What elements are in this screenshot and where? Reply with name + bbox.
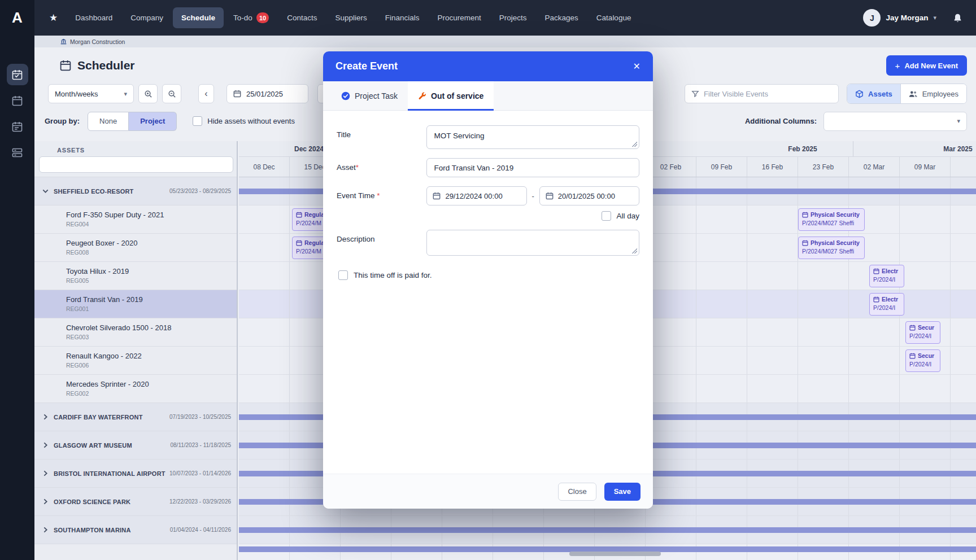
employees-toggle-label: Employees <box>922 90 958 98</box>
title-field-wrap: MOT Servicing <box>426 125 639 149</box>
assets-panel-title: ASSETS <box>34 141 237 154</box>
rail-planner-button[interactable] <box>7 116 28 137</box>
asset-row[interactable]: Ford Transit Van - 2019REG001 <box>34 290 237 318</box>
asset-group-row[interactable]: GLASGOW ART MUSEUM08/11/2023 - 11/18/202… <box>34 431 237 460</box>
event-badge[interactable]: SecurP/2024/I <box>905 349 940 372</box>
asset-group-row[interactable]: OXFORD SCIENCE PARK12/22/2023 - 03/29/20… <box>34 488 237 516</box>
nav-item-to-do[interactable]: To-do10 <box>225 7 277 28</box>
event-title-line: Secur <box>909 352 936 359</box>
nav-item-financials[interactable]: Financials <box>377 7 428 28</box>
description-textarea[interactable] <box>426 230 639 256</box>
employees-toggle-button[interactable]: Employees <box>900 84 966 103</box>
prev-period-button[interactable]: ‹ <box>198 84 214 103</box>
asset-group-row[interactable]: CARDIFF BAY WATERFRONT07/19/2023 - 10/25… <box>34 403 237 431</box>
view-mode-select[interactable]: Month/weeks ▾ <box>48 84 134 103</box>
building-icon <box>60 38 67 45</box>
add-new-event-label: Add New Event <box>904 62 958 70</box>
nav-item-schedule[interactable]: Schedule <box>173 7 224 28</box>
week-header-cell: 09 Mar <box>900 157 951 177</box>
chevron-right-icon[interactable] <box>42 527 49 533</box>
breadcrumb-company[interactable]: Morgan Construction <box>70 38 125 45</box>
assets-toggle-button[interactable]: Assets <box>847 84 900 103</box>
chevron-right-icon[interactable] <box>42 442 49 448</box>
avatar[interactable]: J <box>863 9 881 27</box>
nav-item-procurement[interactable]: Procurement <box>429 7 489 28</box>
asset-row[interactable]: Chevrolet Silverado 1500 - 2018REG003 <box>34 318 237 347</box>
all-day-checkbox[interactable] <box>602 211 611 221</box>
resize-grip-icon[interactable] <box>632 142 637 147</box>
user-name[interactable]: Jay Morgan <box>886 14 928 22</box>
favorites-star-icon[interactable]: ★ <box>49 12 58 24</box>
resize-grip-icon[interactable] <box>632 248 637 253</box>
asset-group-row[interactable]: SHEFFIELD ECO-RESORT05/23/2023 - 08/29/2… <box>34 177 237 205</box>
zoom-in-button[interactable] <box>138 84 158 103</box>
paid-time-off-checkbox[interactable] <box>338 270 348 280</box>
asset-row[interactable]: Ford F-350 Super Duty - 2021REG004 <box>34 205 237 234</box>
event-title: Regula <box>304 211 324 218</box>
hide-assets-checkbox[interactable] <box>193 116 202 126</box>
asset-row[interactable]: Toyota Hilux - 2019REG005 <box>34 262 237 290</box>
nav-item-dashboard[interactable]: Dashboard <box>67 7 121 28</box>
close-icon[interactable]: ✕ <box>633 61 640 72</box>
date-picker[interactable]: 25/01/2025 <box>226 84 308 103</box>
rail-schedule-button[interactable] <box>7 64 28 85</box>
close-button[interactable]: Close <box>558 483 596 501</box>
scheduler-calendar-icon <box>59 59 72 72</box>
chevron-right-icon[interactable] <box>42 414 49 420</box>
assets-panel-header: ASSETS <box>34 141 237 177</box>
asset-group-row[interactable]: SOUTHAMPTON MARINA01/04/2024 - 04/11/202… <box>34 516 237 544</box>
description-field-row: Description <box>337 230 639 256</box>
nav-item-packages[interactable]: Packages <box>537 7 587 28</box>
nav-item-projects[interactable]: Projects <box>491 7 535 28</box>
nav-item-company[interactable]: Company <box>122 7 172 28</box>
event-badge[interactable]: Physical SecurityP/2024/M027 Sheffi <box>798 237 865 259</box>
nav-item-catalogue[interactable]: Catalogue <box>588 7 640 28</box>
nav-item-contacts[interactable]: Contacts <box>278 7 325 28</box>
event-title-line: Physical Security <box>802 239 861 246</box>
event-badge[interactable]: ElectrP/2024/I <box>869 293 904 316</box>
event-time-range: 29/12/2024 00:00 - 20/01/2025 00:00 <box>426 186 639 205</box>
event-badge[interactable]: ElectrP/2024/I <box>869 265 904 287</box>
chevron-right-icon[interactable] <box>42 498 49 505</box>
asset-group-row[interactable]: BRISTOL INTERNATIONAL AIRPORT10/07/2023 … <box>34 460 237 488</box>
check-circle-icon <box>341 91 350 100</box>
asset-reg-code: REG005 <box>66 277 237 284</box>
calendar-icon <box>296 212 302 218</box>
title-textarea[interactable]: MOT Servicing <box>426 125 639 149</box>
end-date-input[interactable]: 20/01/2025 00:00 <box>539 186 639 205</box>
notifications-bell-icon[interactable] <box>953 13 962 23</box>
asset-input[interactable] <box>426 158 639 177</box>
chevron-down-icon[interactable] <box>42 188 49 194</box>
paid-time-off-label: This time off is paid for. <box>354 271 432 279</box>
timeline-group-row <box>239 516 976 544</box>
chevron-right-icon[interactable] <box>42 470 49 476</box>
nav-item-suppliers[interactable]: Suppliers <box>326 7 375 28</box>
top-navigation: A ★ DashboardCompanyScheduleTo-do10Conta… <box>0 0 976 36</box>
horizontal-scrollbar[interactable] <box>569 552 661 556</box>
filter-events-control[interactable] <box>685 84 839 103</box>
add-new-event-button[interactable]: + Add New Event <box>886 55 967 76</box>
rail-calendar-button[interactable] <box>7 90 28 111</box>
event-badge[interactable]: Physical SecurityP/2024/M027 Sheffi <box>798 208 865 231</box>
tab-out-of-service[interactable]: Out of service <box>408 81 494 110</box>
app-logo[interactable]: A <box>0 0 34 36</box>
group-by-option-project[interactable]: Project <box>129 112 177 131</box>
asset-name: Peugeot Boxer - 2020 <box>66 239 237 247</box>
assets-search-input[interactable] <box>39 156 233 173</box>
people-icon <box>909 90 918 98</box>
event-time-label: Event Time * <box>337 186 426 221</box>
save-button[interactable]: Save <box>604 483 640 501</box>
asset-row[interactable]: Peugeot Boxer - 2020REG008 <box>34 234 237 262</box>
asset-row[interactable]: Mercedes Sprinter - 2020REG002 <box>34 375 237 403</box>
rail-archive-button[interactable] <box>7 142 28 163</box>
project-timeline-bar[interactable] <box>239 527 976 533</box>
asset-row[interactable]: Renault Kangoo - 2022REG006 <box>34 347 237 375</box>
tab-project-task[interactable]: Project Task <box>331 81 408 110</box>
group-by-option-none[interactable]: None <box>88 112 129 131</box>
zoom-out-button[interactable] <box>162 84 181 103</box>
asset-name: Chevrolet Silverado 1500 - 2018 <box>66 323 237 332</box>
additional-columns-select[interactable]: ▾ <box>823 112 967 131</box>
filter-events-input[interactable] <box>704 90 832 98</box>
start-date-input[interactable]: 29/12/2024 00:00 <box>426 186 526 205</box>
event-badge[interactable]: SecurP/2024/I <box>905 321 940 344</box>
